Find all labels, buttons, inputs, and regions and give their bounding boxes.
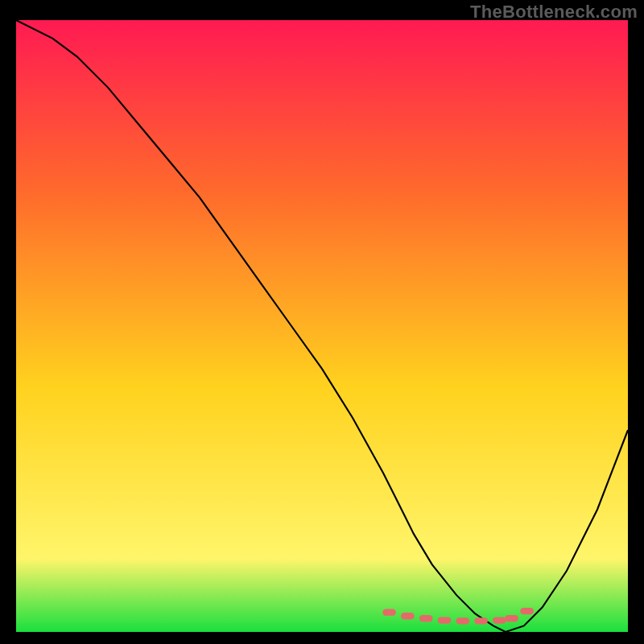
chart-svg (16, 20, 628, 632)
optimal-dot (456, 617, 469, 624)
chart-background (16, 20, 628, 632)
optimal-dot (520, 608, 534, 614)
optimal-dot (438, 617, 452, 623)
optimal-dot (382, 609, 396, 616)
optimal-dot (474, 617, 488, 624)
bottleneck-chart (16, 20, 628, 632)
optimal-dot (401, 613, 415, 619)
optimal-dot (505, 615, 518, 621)
optimal-dot (493, 617, 506, 623)
optimal-dot (419, 615, 433, 621)
